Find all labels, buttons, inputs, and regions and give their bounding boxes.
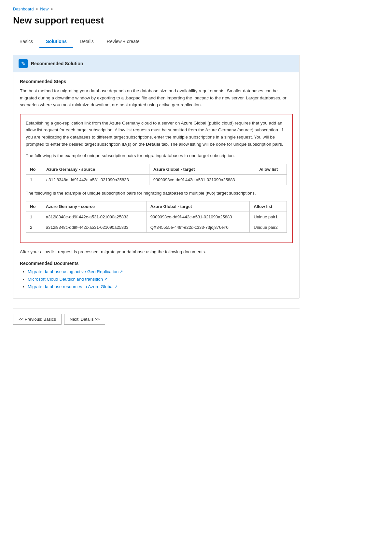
doc-link-2[interactable]: Microsoft Cloud Deutschland transition ↗ <box>28 277 107 282</box>
intro-text: The best method for migrating your datab… <box>20 87 293 109</box>
geo-text: Establishing a geo-replication link from… <box>26 120 287 148</box>
table2-row1-target: 9909093ce-dd9f-442c-a531-021090a25883 <box>146 212 250 222</box>
previous-button[interactable]: << Previous: Basics <box>13 314 62 325</box>
table1-row-1: 1 a312i8348c-dd9f-442c-a531-021090a25833… <box>26 174 287 185</box>
table1-col-source: Azure Germany - source <box>42 164 149 174</box>
table1-col-no: No <box>26 164 42 174</box>
table2-row-2: 2 a312i8348c-dd9f-442c-a531-021090a25833… <box>26 222 287 233</box>
table2-col-allow: Allow list <box>250 201 287 212</box>
after-text: After your allow list request is process… <box>20 248 293 256</box>
tab-solutions[interactable]: Solutions <box>39 36 73 48</box>
external-icon-2: ↗ <box>104 277 107 281</box>
footer-buttons: << Previous: Basics Next: Details >> <box>13 308 300 325</box>
doc-link-3[interactable]: Migrate database resources to Azure Glob… <box>28 284 118 289</box>
breadcrumb: Dashboard > New > <box>13 7 300 11</box>
tab-basics[interactable]: Basics <box>13 36 39 48</box>
content-card: ✎ Recommended Solution Recommended Steps… <box>13 55 300 299</box>
table1-row1-no: 1 <box>26 174 42 185</box>
recommended-title: Recommended Solution <box>31 61 83 66</box>
next-button[interactable]: Next: Details >> <box>64 314 105 325</box>
table2-row2-source: a312i8348c-dd9f-442c-a531-021090a25833 <box>42 222 146 233</box>
table2-row1-allow: Unique pair1 <box>250 212 287 222</box>
doc-link-1[interactable]: Migrate database using active Geo Replic… <box>28 269 123 274</box>
tab-bar: Basics Solutions Details Review + create <box>13 36 300 48</box>
docs-title: Recommended Documents <box>20 261 293 266</box>
breadcrumb-new[interactable]: New <box>40 7 49 11</box>
page-title: New support request <box>13 15 300 26</box>
details-bold: Details <box>146 142 160 147</box>
external-icon-1: ↗ <box>120 270 123 274</box>
recommended-icon: ✎ <box>19 59 28 68</box>
red-border-section: Establishing a geo-replication link from… <box>20 114 293 243</box>
multi-target-text: The following is the example of unique s… <box>26 190 287 197</box>
table2: No Azure Germany - source Azure Global -… <box>26 201 287 233</box>
table2-row2-target: QX345555e-449f-e22d-c333-73jdj876eir0 <box>146 222 250 233</box>
table1-row1-allow <box>255 174 287 185</box>
tab-review-create[interactable]: Review + create <box>100 36 146 48</box>
external-icon-3: ↗ <box>115 285 118 289</box>
table2-row-1: 1 a312i8348c-dd9f-442c-a531-021090a25833… <box>26 212 287 222</box>
table1: No Azure Germany - source Azure Global -… <box>26 164 287 185</box>
steps-title: Recommended Steps <box>20 79 293 84</box>
table1-col-target: Azure Global - target <box>149 164 255 174</box>
breadcrumb-sep1: > <box>36 7 38 11</box>
docs-list: Migrate database using active Geo Replic… <box>20 269 293 289</box>
doc-item-3: Migrate database resources to Azure Glob… <box>28 284 293 289</box>
table1-wrapper: No Azure Germany - source Azure Global -… <box>26 164 287 185</box>
table1-row1-source: a312i8348c-dd9f-442c-a531-021090a25833 <box>42 174 149 185</box>
table2-col-source: Azure Germany - source <box>42 201 146 212</box>
breadcrumb-sep2: > <box>50 7 53 11</box>
recommended-header: ✎ Recommended Solution <box>13 55 299 72</box>
single-target-text: The following is the example of unique s… <box>26 152 287 159</box>
table2-row1-source: a312i8348c-dd9f-442c-a531-021090a25833 <box>42 212 146 222</box>
table1-row1-target: 9909093ce-dd9f-442c-a531-021090a25883 <box>149 174 255 185</box>
table2-col-no: No <box>26 201 42 212</box>
table2-row2-no: 2 <box>26 222 42 233</box>
doc-item-1: Migrate database using active Geo Replic… <box>28 269 293 274</box>
table2-row2-allow: Unique pair2 <box>250 222 287 233</box>
breadcrumb-dashboard[interactable]: Dashboard <box>13 7 34 11</box>
table2-row1-no: 1 <box>26 212 42 222</box>
card-body: Recommended Steps The best method for mi… <box>13 72 299 298</box>
table2-wrapper: No Azure Germany - source Azure Global -… <box>26 201 287 233</box>
table1-col-allow: Allow list <box>255 164 287 174</box>
doc-item-2: Microsoft Cloud Deutschland transition ↗ <box>28 277 293 282</box>
table2-col-target: Azure Global - target <box>146 201 250 212</box>
tab-details[interactable]: Details <box>73 36 100 48</box>
